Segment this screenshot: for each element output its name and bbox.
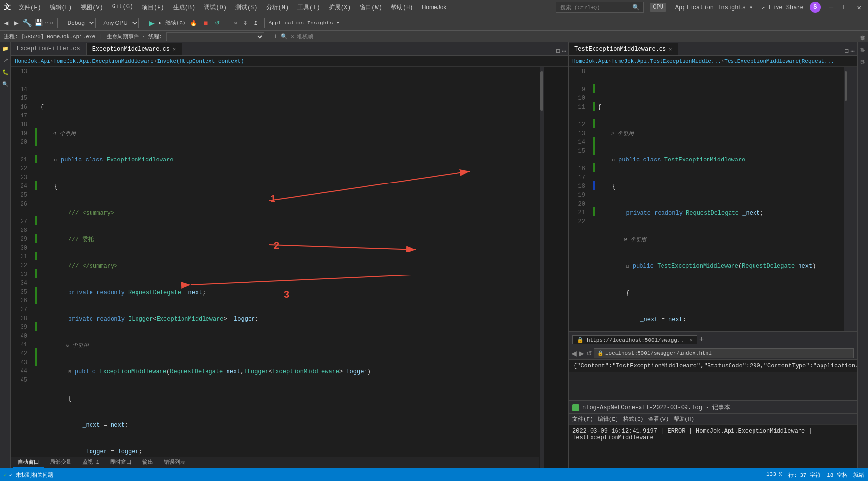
left-editor-content[interactable]: 13 14 15 16 17 18 19 20 21 22 23 24 xyxy=(11,67,568,468)
bottom-tab-errors[interactable]: 错误列表 xyxy=(159,458,190,468)
menu-view[interactable]: 视图(V) xyxy=(77,2,107,13)
maximize-btn[interactable]: □ xyxy=(840,3,850,12)
right-sidebar-icons: 源代码管理器 xyxy=(848,67,857,331)
menu-debug[interactable]: 调试(D) xyxy=(200,2,230,13)
bottom-tab-locals[interactable]: 局部变量 xyxy=(45,458,76,468)
toolbar-sep-1 xyxy=(57,18,58,28)
step-into-btn[interactable]: ↧ xyxy=(241,19,250,27)
log-content: 2022-03-09 16:12:41.9197 | ERROR | HomeJ… xyxy=(569,425,857,444)
right-editor-content[interactable]: 8 9 10 11 12 13 14 15 16 17 18 xyxy=(569,67,857,331)
bottom-tab-immediate[interactable]: 即时窗口 xyxy=(105,458,137,468)
log-menu-format[interactable]: 格式(O) xyxy=(623,415,644,423)
log-menu-file[interactable]: 文件(F) xyxy=(572,415,593,423)
more-right-icon[interactable]: ⋯ xyxy=(851,47,855,55)
log-title: nlog-AspNetCore-all-2022-03-09.log - 记事本 xyxy=(582,403,730,412)
bc-class-r[interactable]: HomeJok.Api.TestExceptionMiddle... xyxy=(611,58,721,64)
bottom-tab-auto[interactable]: 自动窗口 xyxy=(13,458,44,468)
tab-close-btn[interactable]: ✕ xyxy=(173,46,176,52)
right-scrollbar[interactable] xyxy=(844,67,848,331)
right-code[interactable]: { 2 个引用 ⊟ public class TestExceptionMidd… xyxy=(595,67,844,331)
forward-btn[interactable]: ▶ xyxy=(12,19,21,27)
toolbar-icon-3: ↩ xyxy=(45,19,48,26)
cursor-position: 行: 37 字符: 18 空格 xyxy=(788,471,847,479)
forward-nav-btn[interactable]: ▶ xyxy=(579,349,584,357)
menu-test[interactable]: 测试(S) xyxy=(231,2,262,13)
browser-response: {"Content":"TestExceptionMiddleware","St… xyxy=(573,363,857,369)
tab-exception-middleware[interactable]: ExceptionMiddleware.cs ✕ xyxy=(87,43,182,55)
window-controls: ─ □ ✕ xyxy=(826,3,864,12)
annotation-2: 2 xyxy=(274,240,279,251)
right-sidebar: 解决方案 属性 通知 xyxy=(857,42,868,468)
sidebar-icon-git[interactable]: ⎇ xyxy=(0,56,10,66)
bottom-tab-output[interactable]: 输出 xyxy=(137,458,158,468)
menu-extensions[interactable]: 扩展(X) xyxy=(325,2,355,13)
tab-exception-filter[interactable]: ExceptionFilter.cs xyxy=(11,43,87,55)
left-breadcrumb: HomeJok.Api › HomeJok.Api.ExceptionMiddl… xyxy=(11,56,568,67)
search-icon: 🔍 xyxy=(632,4,640,11)
thread-select[interactable] xyxy=(166,32,264,41)
search-bar[interactable]: 搜索 (Ctrl+Q) 🔍 xyxy=(556,2,644,13)
application-insights-btn[interactable]: Application Insights ▾ xyxy=(672,3,755,12)
minimize-btn[interactable]: ─ xyxy=(826,3,836,12)
refresh-nav-btn[interactable]: ↺ xyxy=(586,349,592,357)
live-share-btn[interactable]: ↗ Live Share xyxy=(761,4,803,11)
bc-class[interactable]: HomeJok.Api.ExceptionMiddleware xyxy=(53,58,154,64)
status-bar: ✓ ✓ 未找到相关问题 133 % 行: 37 字符: 18 空格 就绪 xyxy=(0,468,868,481)
back-btn[interactable]: ◀ xyxy=(2,19,10,27)
tab-test-exception[interactable]: TestExceptionMiddleware.cs ✕ xyxy=(569,43,678,55)
bc-project[interactable]: HomeJok.Api xyxy=(15,58,50,64)
status-bar-right: 133 % 行: 37 字符: 18 空格 就绪 xyxy=(766,471,864,479)
menu-edit[interactable]: 编辑(E) xyxy=(46,2,76,13)
menu-build[interactable]: 生成(B) xyxy=(169,2,200,13)
browser-tabs-bar: 🔒 https://localhost:5001/swagg... ✕ + xyxy=(569,332,857,347)
split-editor-icon[interactable]: ⊟ xyxy=(556,47,560,55)
bc-project-r[interactable]: HomeJok.Api xyxy=(572,58,608,64)
menu-analyze[interactable]: 分析(N) xyxy=(262,2,293,13)
close-btn[interactable]: ✕ xyxy=(854,3,864,12)
menu-git[interactable]: Git(G) xyxy=(108,2,137,13)
toolbar-icon-1: 🔧 xyxy=(23,18,32,28)
back-nav-btn[interactable]: ◀ xyxy=(571,349,577,357)
log-menu-bar: 文件(F) 编辑(E) 格式(O) 查看(V) 帮助(H) xyxy=(569,414,857,425)
debug-thread: 生命周期事件 · 线程: xyxy=(107,33,162,40)
bc-method-r[interactable]: TestExceptionMiddleware(Request... xyxy=(724,58,834,64)
browser-panel: 🔒 https://localhost:5001/swagg... ✕ + ◀ … xyxy=(569,332,857,401)
new-tab-btn[interactable]: + xyxy=(699,335,704,344)
sidebar-icon-explorer[interactable]: 📁 xyxy=(0,44,10,54)
bottom-tab-bar: 自动窗口 局部变量 监视 1 即时窗口 输出 错误列表 xyxy=(11,457,539,468)
bottom-tab-watch[interactable]: 监视 1 xyxy=(77,458,104,468)
menu-project[interactable]: 项目(P) xyxy=(138,2,168,13)
log-menu-edit[interactable]: 编辑(E) xyxy=(598,415,618,423)
bc-method[interactable]: Invoke(HttpContext context) xyxy=(157,58,244,64)
app-title: HomeJok xyxy=(422,4,447,11)
app-insights-toolbar[interactable]: Application Insights ▾ xyxy=(269,20,340,26)
browser-tab-swagger[interactable]: 🔒 https://localhost:5001/swagg... ✕ xyxy=(572,335,697,344)
left-scrollbar[interactable] xyxy=(540,67,544,468)
hot-reload-btn[interactable]: 🔥 xyxy=(188,19,199,27)
step-out-btn[interactable]: ↥ xyxy=(251,19,260,27)
debug-config-select[interactable]: Debug xyxy=(62,18,96,28)
sidebar-icon-debug[interactable]: 🐛 xyxy=(0,68,10,77)
continue-btn[interactable]: ▶ xyxy=(147,18,157,28)
log-menu-help[interactable]: 帮助(H) xyxy=(674,415,694,423)
sidebar-icon-search[interactable]: 🔍 xyxy=(0,79,10,89)
menu-tools[interactable]: 工具(T) xyxy=(294,2,324,13)
more-icon[interactable]: ⋯ xyxy=(562,47,566,55)
stop-btn[interactable]: ⏹ xyxy=(201,19,211,27)
split-right-icon[interactable]: ⊟ xyxy=(845,47,848,55)
menu-window[interactable]: 窗口(W) xyxy=(356,2,386,13)
log-menu-view[interactable]: 查看(V) xyxy=(648,415,669,423)
cpu-select[interactable]: Any CPU xyxy=(98,18,139,28)
restart-btn[interactable]: ↺ xyxy=(213,19,222,27)
address-bar[interactable]: 🔒 localhost:5001/swagger/index.html xyxy=(594,348,854,358)
menu-help[interactable]: 帮助(H) xyxy=(387,2,417,13)
tab-close-btn[interactable]: ✕ xyxy=(669,46,672,52)
right-line-numbers: 8 9 10 11 12 13 14 15 16 17 18 xyxy=(569,67,593,331)
right-tab-actions: ⊟ ⋯ xyxy=(845,47,857,55)
user-avatar[interactable]: S xyxy=(810,2,821,13)
step-over-btn[interactable]: ⇥ xyxy=(230,19,239,27)
browser-tab-close[interactable]: ✕ xyxy=(690,337,693,343)
menu-file[interactable]: 文件(F) xyxy=(15,2,45,13)
main-area: 📁 ⎇ 🐛 🔍 ExceptionFilter.cs ExceptionMidd… xyxy=(0,42,868,468)
left-code[interactable]: { 4 个引用 ⊟ public class ExceptionMiddlewa… xyxy=(37,67,540,468)
